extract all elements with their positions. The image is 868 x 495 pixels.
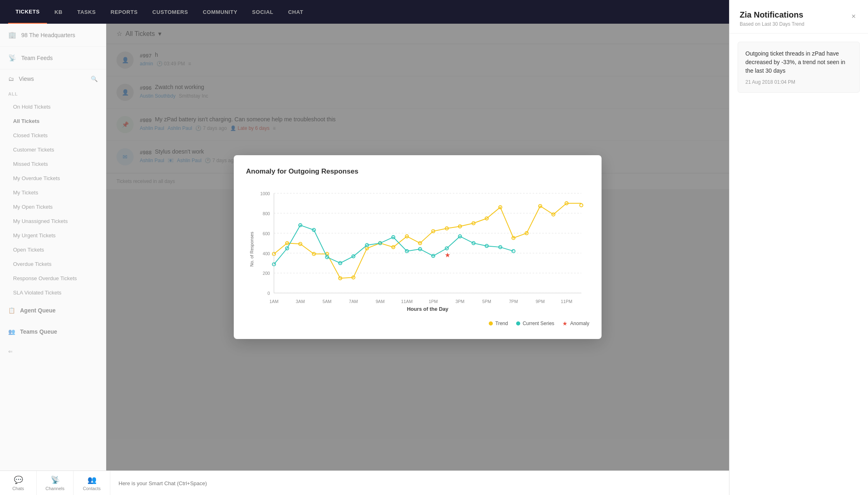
notification-date: 21 Aug 2018 01:04 PM <box>745 79 852 85</box>
chats-icon: 💬 <box>14 475 23 484</box>
svg-text:0: 0 <box>268 291 270 296</box>
nav-item-community[interactable]: COMMUNITY <box>195 0 245 24</box>
sidebar: 🏢 98 The Headquarters 📡 Team Feeds 🗂 Vie… <box>0 24 106 495</box>
trend-dot <box>489 321 493 326</box>
nav-item-chat[interactable]: CHAT <box>281 0 311 24</box>
anomaly-icon: ★ <box>562 320 568 327</box>
notification-card: Outgoing ticket threads in zPad have dec… <box>738 42 860 93</box>
chart-svg: 0 200 400 600 800 1000 No. of Responses <box>246 184 589 314</box>
sidebar-item-slaviolated[interactable]: SLA Violated Tickets <box>0 285 106 300</box>
panel-title: Zia Notifications <box>740 10 804 20</box>
smart-chat-input[interactable] <box>119 480 721 486</box>
svg-text:7PM: 7PM <box>509 299 518 304</box>
anomaly-star: ★ <box>445 252 450 259</box>
svg-text:1AM: 1AM <box>269 299 278 304</box>
svg-text:5AM: 5AM <box>322 299 331 304</box>
teams-queue-icon: 👥 <box>8 328 15 335</box>
notification-text: Outgoing ticket threads in zPad have dec… <box>745 49 852 75</box>
svg-text:Hours of the Day: Hours of the Day <box>407 306 449 312</box>
sidebar-item-overdue[interactable]: Overdue Tickets <box>0 257 106 271</box>
chart-container: 0 200 400 600 800 1000 No. of Responses <box>246 184 589 327</box>
svg-point-36 <box>580 204 583 207</box>
headquarters-icon: 🏢 <box>8 31 16 39</box>
right-panel: Zia Notifications Based on Last 30 Days … <box>729 0 868 495</box>
sidebar-item-onhold[interactable]: On Hold Tickets <box>0 100 106 114</box>
nav-item-social[interactable]: SOCIAL <box>245 0 281 24</box>
collapse-icon: ⇐ <box>8 348 13 355</box>
right-panel-header: Zia Notifications Based on Last 30 Days … <box>729 0 868 33</box>
svg-text:7AM: 7AM <box>349 299 358 304</box>
sidebar-item-headquarters[interactable]: 🏢 98 The Headquarters <box>0 24 106 47</box>
svg-text:9AM: 9AM <box>376 299 385 304</box>
sidebar-item-my[interactable]: My Tickets <box>0 185 106 200</box>
svg-text:3AM: 3AM <box>296 299 305 304</box>
svg-text:600: 600 <box>263 231 270 236</box>
sidebar-item-open[interactable]: Open Tickets <box>0 243 106 257</box>
modal-overlay: Anomaly for Outgoing Responses 0 200 400… <box>106 24 729 470</box>
svg-text:11AM: 11AM <box>401 299 413 304</box>
nav-item-reports[interactable]: REPORTS <box>103 0 145 24</box>
sidebar-item-alltickets[interactable]: All Tickets <box>0 114 106 128</box>
chart-title: Anomaly for Outgoing Responses <box>246 167 589 176</box>
tab-contacts[interactable]: 👥 Contacts <box>74 471 110 495</box>
chart-legend: Trend Current Series ★ Anomaly <box>246 320 589 327</box>
legend-current-series: Current Series <box>516 320 554 327</box>
sidebar-item-myurgent[interactable]: My Urgent Tickets <box>0 228 106 243</box>
sidebar-item-myoverdue[interactable]: My Overdue Tickets <box>0 171 106 185</box>
nav-item-tasks[interactable]: TASKS <box>70 0 103 24</box>
bottom-bar: 💬 Chats 📡 Channels 👥 Contacts <box>0 470 729 495</box>
svg-text:1000: 1000 <box>260 191 270 196</box>
section-label-all: ALL <box>0 88 106 100</box>
svg-text:400: 400 <box>263 251 270 256</box>
search-icon[interactable]: 🔍 <box>91 76 98 82</box>
chat-input-area <box>110 479 729 487</box>
views-icon: 🗂 <box>8 76 14 82</box>
sidebar-item-myunassigned[interactable]: My Unassigned Tickets <box>0 214 106 228</box>
svg-text:9PM: 9PM <box>536 299 545 304</box>
sidebar-item-agentqueue[interactable]: 📋 Agent Queue <box>0 300 106 321</box>
sidebar-item-teamsqueue[interactable]: 👥 Teams Queue <box>0 321 106 342</box>
current-series-dot <box>516 321 520 326</box>
svg-text:No. of Responses: No. of Responses <box>249 232 254 266</box>
sidebar-item-myopen[interactable]: My Open Tickets <box>0 200 106 214</box>
svg-text:800: 800 <box>263 211 270 216</box>
agent-queue-icon: 📋 <box>8 307 15 314</box>
sidebar-collapse-btn[interactable]: ⇐ <box>0 342 106 361</box>
tab-channels[interactable]: 📡 Channels <box>37 471 74 495</box>
svg-text:11PM: 11PM <box>561 299 572 304</box>
svg-text:200: 200 <box>263 271 270 276</box>
chart-modal: Anomaly for Outgoing Responses 0 200 400… <box>234 155 602 339</box>
tab-chats[interactable]: 💬 Chats <box>0 471 37 495</box>
feeds-icon: 📡 <box>8 54 16 62</box>
panel-subtitle: Based on Last 30 Days Trend <box>740 21 804 27</box>
channels-icon: 📡 <box>51 475 60 484</box>
legend-anomaly: ★ Anomaly <box>562 320 589 327</box>
sidebar-item-closed[interactable]: Closed Tickets <box>0 128 106 143</box>
nav-item-customers[interactable]: CUSTOMERS <box>145 0 195 24</box>
svg-text:5PM: 5PM <box>482 299 491 304</box>
close-button[interactable]: × <box>849 10 858 23</box>
contacts-icon: 👥 <box>87 475 96 484</box>
sidebar-item-team-feeds[interactable]: 📡 Team Feeds <box>0 47 106 69</box>
svg-text:3PM: 3PM <box>455 299 464 304</box>
nav-item-tickets[interactable]: TICKETS <box>8 0 47 24</box>
sidebar-item-customer[interactable]: Customer Tickets <box>0 143 106 157</box>
nav-item-kb[interactable]: KB <box>47 0 70 24</box>
bottom-tabs: 💬 Chats 📡 Channels 👥 Contacts <box>0 471 110 495</box>
sidebar-item-missed[interactable]: Missed Tickets <box>0 157 106 171</box>
sidebar-item-responseoverdue[interactable]: Response Overdue Tickets <box>0 271 106 285</box>
sidebar-item-views[interactable]: 🗂 Views 🔍 <box>0 69 106 88</box>
legend-trend: Trend <box>489 320 508 327</box>
svg-text:1PM: 1PM <box>429 299 438 304</box>
